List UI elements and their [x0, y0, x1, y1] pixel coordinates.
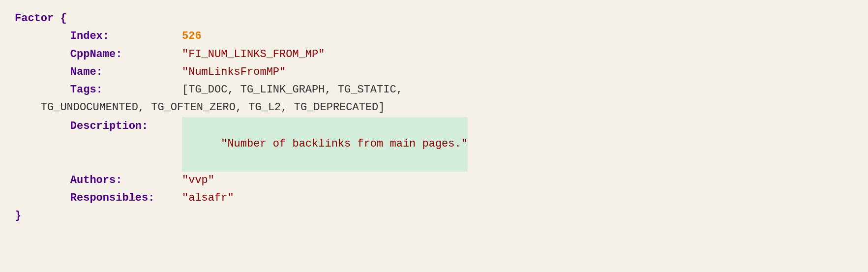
- open-brace: {: [54, 10, 66, 28]
- struct-keyword: Factor: [15, 10, 54, 28]
- authors-line: Authors: "vvp": [15, 172, 853, 189]
- description-highlight: "Number of backlinks from main pages.": [182, 117, 468, 172]
- tags-continuation-line: TG_UNDOCUMENTED, TG_OFTEN_ZERO, TG_L2, T…: [15, 99, 853, 117]
- authors-value: "vvp": [182, 172, 214, 189]
- index-label: Index:: [44, 28, 182, 45]
- tags-label: Tags:: [44, 81, 182, 99]
- cppname-line: CppName: "FI_NUM_LINKS_FROM_MP": [15, 46, 853, 63]
- description-label: Description:: [44, 118, 182, 135]
- responsibles-label: Responsibles:: [44, 189, 182, 207]
- index-line: Index: 526: [15, 28, 853, 45]
- cppname-value: "FI_NUM_LINKS_FROM_MP": [182, 46, 325, 63]
- description-line: Description: "Number of backlinks from m…: [15, 117, 853, 172]
- close-brace-line: }: [15, 207, 853, 225]
- tags-value-line1: [TG_DOC, TG_LINK_GRAPH, TG_STATIC,: [182, 81, 403, 99]
- name-label: Name:: [44, 63, 182, 81]
- responsibles-value: "alsafr": [182, 189, 234, 207]
- close-brace: }: [15, 207, 21, 225]
- code-block: Factor { Index: 526 CppName: "FI_NUM_LIN…: [15, 10, 853, 225]
- cppname-label: CppName:: [44, 46, 182, 63]
- index-value: 526: [182, 28, 202, 45]
- name-line: Name: "NumLinksFromMP": [15, 63, 853, 81]
- name-value: "NumLinksFromMP": [182, 63, 286, 81]
- authors-label: Authors:: [44, 172, 182, 189]
- description-value: "Number of backlinks from main pages.": [221, 138, 468, 150]
- tags-line: Tags: [TG_DOC, TG_LINK_GRAPH, TG_STATIC,: [15, 81, 853, 99]
- struct-header-line: Factor {: [15, 10, 853, 28]
- responsibles-line: Responsibles: "alsafr": [15, 189, 853, 207]
- tags-continuation: TG_UNDOCUMENTED, TG_OFTEN_ZERO, TG_L2, T…: [15, 99, 385, 117]
